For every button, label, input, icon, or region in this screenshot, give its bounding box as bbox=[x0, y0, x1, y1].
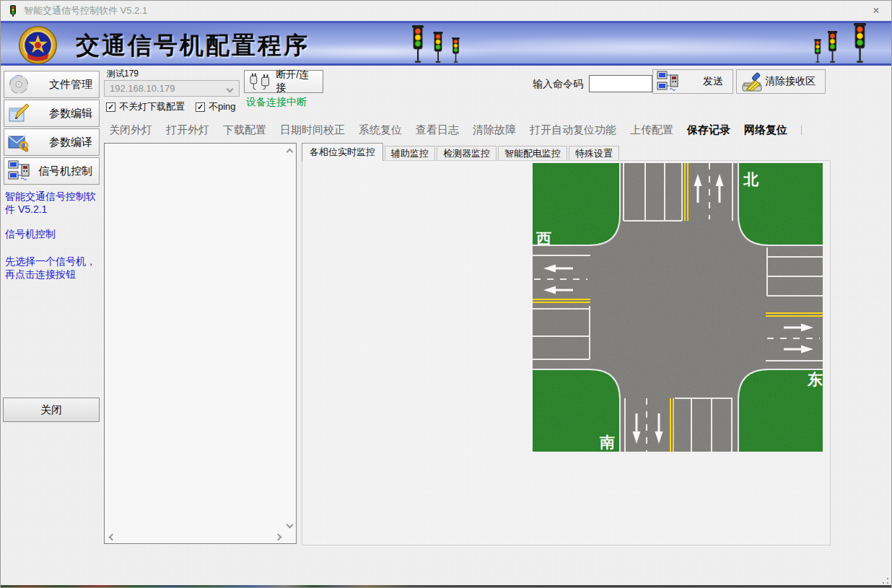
menu-item-clear-fault[interactable]: 清除故障 bbox=[473, 123, 516, 137]
clear-receive-button[interactable]: 清除接收区 bbox=[736, 69, 826, 94]
scroll-right-icon[interactable] bbox=[275, 534, 282, 541]
noise-overlay bbox=[533, 163, 823, 452]
chevron-down-icon bbox=[227, 86, 234, 93]
no-lights-off-label: 不关灯下载配置 bbox=[119, 100, 185, 113]
param-edit-label: 参数编辑 bbox=[49, 107, 92, 120]
scroll-left-icon[interactable] bbox=[109, 534, 116, 541]
tab-phase-realtime[interactable]: 各相位实时监控 bbox=[302, 143, 383, 161]
pencil-icon bbox=[8, 102, 30, 124]
compile-icon bbox=[8, 131, 30, 153]
menu-item-auto-reset[interactable]: 打开自动复位功能 bbox=[530, 123, 616, 137]
app-traffic-light-icon bbox=[7, 5, 19, 17]
tab-label: 智能配电监控 bbox=[504, 147, 561, 160]
police-badge-icon bbox=[17, 25, 58, 66]
mode-text: 信号机控制 bbox=[5, 227, 100, 240]
menu-item-lights-on[interactable]: 打开外灯 bbox=[166, 123, 209, 137]
traffic-light-icon bbox=[432, 32, 444, 63]
connect-disconnect-label: 断开/连接 bbox=[276, 69, 318, 95]
receive-listbox[interactable] bbox=[104, 143, 297, 544]
header-banner: 交通信号机配置程序 bbox=[1, 21, 891, 66]
param-edit-button[interactable]: 参数编辑 bbox=[4, 100, 100, 127]
connect-disconnect-button[interactable]: 断开/连接 bbox=[244, 70, 323, 93]
tab-label: 特殊设置 bbox=[575, 147, 613, 160]
menu-item-network-reset[interactable]: 网络复位 bbox=[744, 123, 787, 137]
traffic-light-icon bbox=[813, 39, 822, 63]
menu-item-save-record[interactable]: 保存记录 bbox=[687, 123, 730, 137]
no-lights-off-checkbox[interactable]: ✓ 不关灯下载配置 bbox=[106, 100, 185, 113]
no-ping-label: 不ping bbox=[209, 100, 236, 113]
clear-receive-label: 清除接收区 bbox=[765, 75, 816, 88]
traffic-light-icon bbox=[826, 31, 839, 63]
traffic-light-icon bbox=[852, 23, 867, 63]
signal-control-label: 信号机控制 bbox=[38, 164, 92, 178]
menu-separator bbox=[801, 126, 802, 135]
plug-icon bbox=[249, 73, 271, 90]
tab-power-monitor[interactable]: 智能配电监控 bbox=[498, 146, 567, 161]
bottom-image-strip bbox=[1, 585, 891, 588]
signal-control-button[interactable]: 信号机控制 bbox=[4, 157, 100, 185]
file-manage-label: 文件管理 bbox=[49, 78, 92, 92]
scroll-up-icon[interactable] bbox=[287, 149, 294, 156]
tab-label: 辅助监控 bbox=[391, 147, 429, 160]
titlebar: 智能交通信号控制软件 V5.2.1 × bbox=[1, 1, 891, 21]
monitor-tabs: 各相位实时监控 辅助监控 检测器监控 智能配电监控 特殊设置 bbox=[302, 143, 621, 161]
checkbox-check-icon: ✓ bbox=[106, 102, 115, 112]
param-compile-button[interactable]: 参数编译 bbox=[4, 128, 100, 156]
menu-item-upload-config[interactable]: 上传配置 bbox=[630, 123, 673, 137]
menu-item-lights-off[interactable]: 关闭外灯 bbox=[109, 123, 152, 137]
computers-icon bbox=[8, 160, 31, 182]
menu-item-download-config[interactable]: 下载配置 bbox=[223, 123, 266, 137]
no-ping-checkbox[interactable]: ✓ 不ping bbox=[196, 100, 236, 113]
menu-item-system-reset[interactable]: 系统复位 bbox=[359, 123, 402, 137]
cd-icon bbox=[8, 74, 30, 95]
vertical-scrollbar[interactable] bbox=[284, 144, 296, 532]
device-name-label: 测试179 bbox=[107, 68, 139, 80]
file-manage-button[interactable]: 文件管理 bbox=[4, 71, 100, 98]
param-compile-label: 参数编译 bbox=[49, 136, 92, 149]
send-label: 发送 bbox=[703, 75, 723, 88]
scroll-down-icon[interactable] bbox=[287, 522, 294, 529]
broom-icon bbox=[740, 71, 765, 92]
tab-aux-monitor[interactable]: 辅助监控 bbox=[385, 146, 435, 161]
menu-item-datetime-correct[interactable]: 日期时间校正 bbox=[280, 123, 345, 137]
ip-combobox[interactable]: 192.168.10.179 bbox=[104, 80, 240, 97]
action-menu: 关闭外灯 打开外灯 下载配置 日期时间校正 系统复位 查看日志 清除故障 打开自… bbox=[109, 122, 802, 138]
connection-status-text: 设备连接中断 bbox=[246, 96, 307, 109]
resize-grip[interactable] bbox=[882, 577, 889, 584]
hint-text: 先选择一个信号机，再点击连接按钮 bbox=[5, 255, 100, 281]
close-icon[interactable]: × bbox=[868, 3, 884, 19]
intersection-map: 北 西 东 南 bbox=[533, 163, 823, 452]
tab-detector-monitor[interactable]: 检测器监控 bbox=[437, 146, 497, 161]
ip-value: 192.168.10.179 bbox=[110, 83, 175, 94]
traffic-light-icon bbox=[451, 38, 460, 63]
app-heading: 交通信号机配置程序 bbox=[76, 30, 310, 62]
command-code-input[interactable] bbox=[589, 75, 652, 92]
menu-item-view-log[interactable]: 查看日志 bbox=[416, 123, 459, 137]
tab-label: 检测器监控 bbox=[443, 147, 490, 160]
window-title: 智能交通信号控制软件 V5.2.1 bbox=[24, 4, 147, 17]
tab-special-settings[interactable]: 特殊设置 bbox=[569, 146, 619, 161]
checkbox-check-icon: ✓ bbox=[196, 102, 205, 112]
close-panel-label: 关闭 bbox=[40, 403, 62, 417]
app-window: 智能交通信号控制软件 V5.2.1 × 交通信号机配置程序 bbox=[0, 0, 892, 588]
app-version-text: 智能交通信号控制软件 V5.2.1 bbox=[5, 190, 100, 216]
traffic-light-icon bbox=[411, 25, 425, 63]
command-code-label: 输入命令码 bbox=[533, 78, 583, 91]
horizontal-scrollbar[interactable] bbox=[105, 532, 284, 543]
send-computers-icon bbox=[657, 71, 680, 92]
send-button[interactable]: 发送 bbox=[652, 69, 733, 94]
tab-label: 各相位实时监控 bbox=[310, 146, 375, 159]
close-panel-button[interactable]: 关闭 bbox=[3, 398, 100, 422]
